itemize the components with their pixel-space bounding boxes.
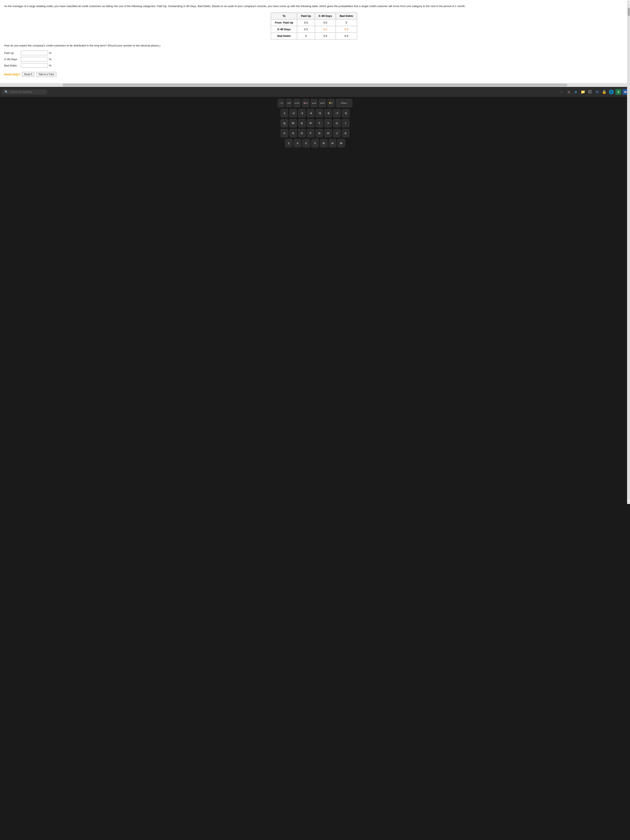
- key-i[interactable]: I: [342, 119, 349, 127]
- paid-up-input-label: Paid Up: [4, 52, 21, 55]
- key-f1[interactable]: ☼F1: [278, 99, 284, 107]
- paid-up-row1-val: 0.5: [297, 19, 315, 26]
- table-row: Bad Debts 0 0.5 0.5: [271, 33, 357, 39]
- probability-table: To Paid Up 0–90 Days Bad Debts From Paid…: [271, 13, 357, 39]
- talk-to-tutor-button[interactable]: Talk to a Tutor: [36, 72, 57, 77]
- scroll-track[interactable]: [628, 3, 630, 501]
- task-view-icon[interactable]: ⊞: [566, 89, 572, 95]
- need-help-section: Need Help? Read It Talk to a Tutor: [4, 72, 624, 77]
- bad-debts-percent: %: [49, 64, 52, 67]
- to-header: To: [271, 13, 297, 19]
- key-s[interactable]: S: [289, 129, 297, 137]
- question-text: How do you expect the company's credit c…: [4, 44, 624, 48]
- key-j[interactable]: J: [333, 129, 341, 137]
- key-3[interactable]: #3: [298, 109, 306, 117]
- days-input-row: 0–90 Days %: [4, 57, 624, 62]
- key-4[interactable]: $4: [307, 109, 314, 117]
- file-explorer-icon[interactable]: 📁: [580, 89, 586, 95]
- key-c[interactable]: C: [303, 139, 310, 147]
- horizontal-scroll-thumb[interactable]: [63, 84, 567, 87]
- horizontal-scrollbar[interactable]: [0, 83, 630, 87]
- chrome-icon[interactable]: 🌐: [608, 89, 614, 95]
- from-days-label: 0–90 Days: [271, 26, 297, 33]
- key-f3[interactable]: ▶IIF3: [293, 99, 301, 107]
- taskbar: 🔍 ○ ⊞ e 📁 🖼 ✉ 🔒 🌐 X W: [0, 87, 630, 97]
- key-n[interactable]: N: [329, 139, 336, 147]
- days-row1-val: 0.5: [315, 19, 336, 26]
- content-area: As the manager of a large retailing outl…: [0, 0, 630, 83]
- key-g[interactable]: G: [316, 129, 323, 137]
- key-prtscn[interactable]: PrtScn: [336, 99, 352, 107]
- edge-browser-icon[interactable]: e: [573, 89, 579, 95]
- table-row: From Paid Up 0.5 0.5 0: [271, 19, 357, 26]
- taskbar-search-box[interactable]: 🔍: [2, 89, 47, 95]
- key-x[interactable]: X: [294, 139, 301, 147]
- key-f6[interactable]: 🔊F6: [319, 99, 326, 107]
- key-2[interactable]: @2: [289, 109, 297, 117]
- key-f4[interactable]: 🔇F4: [302, 99, 309, 107]
- key-u[interactable]: U: [333, 119, 341, 127]
- bad-debts-row2-val: 0.3: [336, 26, 357, 33]
- key-a[interactable]: A: [281, 129, 288, 137]
- key-f2[interactable]: ⊕F2: [286, 99, 292, 107]
- right-scrollbar[interactable]: ▲ ▼: [627, 0, 630, 504]
- key-h[interactable]: H: [324, 129, 332, 137]
- key-5[interactable]: %5: [316, 109, 323, 117]
- photos-icon[interactable]: 🖼: [587, 89, 593, 95]
- number-key-row: !1 @2 #3 $4 %5 ^6 &7 *8: [1, 109, 629, 117]
- problem-description: As the manager of a large retailing outl…: [4, 4, 624, 8]
- key-8[interactable]: *8: [342, 109, 349, 117]
- key-m[interactable]: M: [338, 139, 345, 147]
- bad-debts-row3-val: 0.5: [336, 33, 357, 39]
- from-bad-debts-label: Bad Debts: [271, 33, 297, 39]
- paid-up-row3-val: 0: [297, 33, 315, 39]
- need-help-label: Need Help?: [4, 73, 20, 76]
- bad-debts-row1-val: 0: [336, 19, 357, 26]
- key-d[interactable]: D: [298, 129, 306, 137]
- security-icon[interactable]: 🔒: [601, 89, 607, 95]
- key-z[interactable]: Z: [285, 139, 292, 147]
- key-w[interactable]: W: [289, 119, 297, 127]
- key-f7[interactable]: 💡F7: [327, 99, 335, 107]
- from-paid-up-label: From Paid Up: [271, 19, 297, 26]
- scroll-thumb[interactable]: [628, 8, 630, 16]
- key-q[interactable]: Q: [281, 119, 288, 127]
- bad-debts-input-label: Bad Debts: [4, 64, 21, 67]
- zxcv-key-row: Z X C V B N M: [1, 139, 629, 147]
- bad-debts-input-row: Bad Debts %: [4, 63, 624, 68]
- paid-up-input-row: Paid Up %: [4, 51, 624, 55]
- key-e[interactable]: E: [298, 119, 306, 127]
- bad-debts-input[interactable]: [21, 63, 48, 68]
- excel-icon[interactable]: X: [616, 89, 621, 95]
- start-circle-icon[interactable]: ○: [559, 89, 565, 95]
- search-icon: 🔍: [5, 90, 8, 93]
- days-percent: %: [49, 58, 52, 61]
- key-r[interactable]: R: [307, 119, 314, 127]
- paid-up-input[interactable]: [21, 51, 48, 55]
- paid-up-header: Paid Up: [297, 13, 315, 19]
- scroll-down-arrow[interactable]: ▼: [627, 501, 630, 504]
- days-row2-val: 0.2: [315, 26, 336, 33]
- read-it-button[interactable]: Read It: [22, 72, 35, 77]
- qwerty-key-row: Q W E R T Y U I: [1, 119, 629, 127]
- key-1[interactable]: !1: [281, 109, 288, 117]
- search-input[interactable]: [10, 90, 44, 93]
- mail-icon[interactable]: ✉: [594, 89, 600, 95]
- table-row: 0–90 Days 0.5 0.2 0.3: [271, 26, 357, 33]
- key-b[interactable]: B: [320, 139, 327, 147]
- bad-debts-header: Bad Debts: [336, 13, 357, 19]
- key-t[interactable]: T: [316, 119, 323, 127]
- days-input[interactable]: [21, 57, 48, 62]
- function-key-row: ☼F1 ⊕F2 ▶IIF3 🔇F4 🔈F5 🔊F6 💡F7 PrtScn: [1, 99, 629, 107]
- key-k[interactable]: K: [342, 129, 349, 137]
- scroll-up-arrow[interactable]: ▲: [627, 0, 630, 3]
- key-y[interactable]: Y: [324, 119, 332, 127]
- days-input-label: 0–90 Days: [4, 58, 21, 61]
- key-f[interactable]: F: [307, 129, 314, 137]
- key-7[interactable]: &7: [333, 109, 341, 117]
- key-f5[interactable]: 🔈F5: [310, 99, 318, 107]
- key-v[interactable]: V: [311, 139, 319, 147]
- days-header: 0–90 Days: [315, 13, 336, 19]
- key-6[interactable]: ^6: [324, 109, 332, 117]
- keyboard-area: ☼F1 ⊕F2 ▶IIF3 🔇F4 🔈F5 🔊F6 💡F7 PrtScn !1 …: [0, 97, 630, 840]
